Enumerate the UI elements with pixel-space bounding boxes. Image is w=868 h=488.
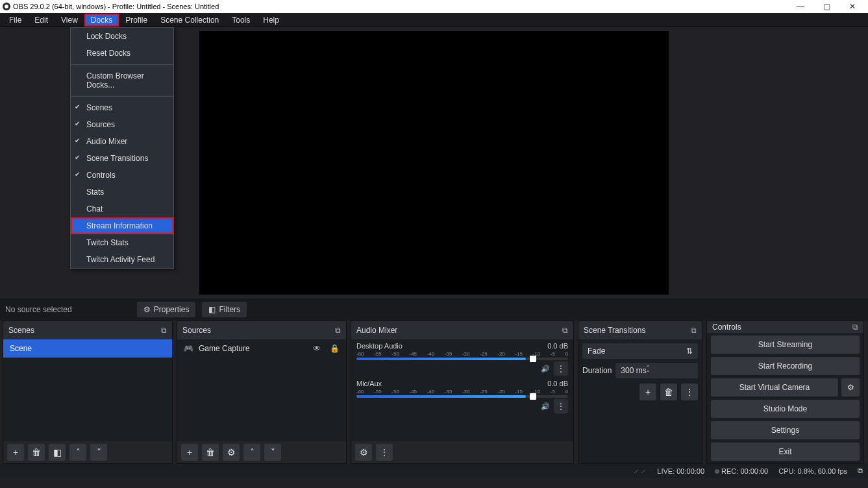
transition-select[interactable]: Fade⇅ <box>582 343 698 359</box>
start-recording-button[interactable]: Start Recording <box>711 357 860 375</box>
gear-icon: ⚙ <box>847 383 854 392</box>
properties-button[interactable]: ⚙Properties <box>137 302 196 317</box>
dd-scenes[interactable]: Scenes <box>71 99 173 116</box>
transitions-header: Scene Transitions ⧉ <box>578 321 702 339</box>
rec-dot-icon <box>715 469 719 474</box>
move-scene-down-button[interactable]: ˅ <box>90 444 107 461</box>
dd-scene-transitions[interactable]: Scene Transitions <box>71 150 173 167</box>
start-virtual-camera-button[interactable]: Start Virtual Camera <box>711 378 838 396</box>
dd-twitch-stats[interactable]: Twitch Stats <box>71 234 173 251</box>
channel-name: Mic/Aux <box>356 380 382 387</box>
panel-title: Scene Transitions <box>584 326 645 335</box>
channel-level: 0.0 dB <box>547 342 568 350</box>
dd-stream-information[interactable]: Stream Information <box>71 217 173 234</box>
controls-body: Start Streaming Start Recording Start Vi… <box>707 333 863 463</box>
maximize-button[interactable]: ▢ <box>813 0 839 13</box>
scenes-panel: Scenes ⧉ Scene + 🗑 ◧ ˄ ˅ <box>3 321 173 464</box>
remove-transition-button[interactable]: 🗑 <box>660 384 677 400</box>
rec-status: REC: 00:00:00 <box>715 467 768 475</box>
panel-title: Controls <box>712 323 741 332</box>
popout-icon[interactable]: ⧉ <box>161 326 167 335</box>
dd-audio-mixer[interactable]: Audio Mixer <box>71 133 173 150</box>
scene-transitions-panel: Scene Transitions ⧉ Fade⇅ Duration 300 m… <box>578 321 702 464</box>
virtual-camera-settings-button[interactable]: ⚙ <box>841 378 860 396</box>
network-icon: ⟋⟋ <box>632 467 647 475</box>
popout-icon[interactable]: ⧉ <box>335 326 341 335</box>
mute-icon[interactable]: 🔊 <box>541 402 550 411</box>
source-toolbar: No source selected ⚙Properties ◧Filters <box>0 299 868 321</box>
menu-edit[interactable]: Edit <box>28 14 55 27</box>
controls-header: Controls ⧉ <box>707 321 863 333</box>
preview-canvas[interactable] <box>199 31 669 295</box>
close-button[interactable]: ✕ <box>839 0 865 13</box>
source-properties-button[interactable]: ⚙ <box>223 444 240 461</box>
volume-slider[interactable] <box>356 395 568 398</box>
transition-menu-button[interactable]: ⋮ <box>681 384 698 400</box>
channel-menu-button[interactable]: ⋮ <box>554 361 568 376</box>
menu-scene-collection[interactable]: Scene Collection <box>154 14 225 27</box>
cpu-status: CPU: 0.8%, 60.00 fps <box>778 467 847 475</box>
menu-help[interactable]: Help <box>256 14 286 27</box>
dock-icon[interactable]: ⧉ <box>858 467 863 475</box>
audio-mixer-panel: Audio Mixer ⧉ Desktop Audio0.0 dB -60-55… <box>351 321 574 464</box>
source-label: Game Capture <box>199 344 250 353</box>
updown-icon: ⇅ <box>686 347 693 356</box>
docks-row: Scenes ⧉ Scene + 🗑 ◧ ˄ ˅ Sources ⧉ 🎮 Gam… <box>0 321 868 464</box>
mixer-footer: ⚙ ⋮ <box>351 441 573 463</box>
move-source-up-button[interactable]: ˄ <box>243 444 260 461</box>
filters-button[interactable]: ◧Filters <box>202 302 247 317</box>
source-item[interactable]: 🎮 Game Capture 👁 🔒 <box>177 339 346 358</box>
visibility-icon[interactable]: 👁 <box>313 344 321 353</box>
mixer-body: Desktop Audio0.0 dB -60-55-50-45-40-35-3… <box>351 339 573 441</box>
add-source-button[interactable]: + <box>181 444 198 461</box>
dd-sep <box>71 96 173 97</box>
window-title: OBS 29.0.2 (64-bit, windows) - Profile: … <box>13 3 219 10</box>
volume-slider[interactable] <box>356 358 568 360</box>
move-source-down-button[interactable]: ˅ <box>264 444 281 461</box>
channel-menu-button[interactable]: ⋮ <box>554 399 568 413</box>
mixer-ticks: -60-55-50-45-40-35-30-25-20-15-10-50 <box>356 351 568 357</box>
remove-scene-button[interactable]: 🗑 <box>28 444 45 461</box>
mute-icon[interactable]: 🔊 <box>541 365 550 373</box>
minimize-button[interactable]: — <box>787 0 813 13</box>
popout-icon[interactable]: ⧉ <box>691 326 697 335</box>
panel-title: Scenes <box>8 326 34 335</box>
menu-file[interactable]: File <box>3 14 28 27</box>
start-streaming-button[interactable]: Start Streaming <box>711 336 860 354</box>
add-transition-button[interactable]: + <box>639 384 656 400</box>
add-scene-button[interactable]: + <box>7 444 24 461</box>
dd-controls[interactable]: Controls <box>71 167 173 184</box>
dd-reset-docks[interactable]: Reset Docks <box>71 45 173 62</box>
advanced-audio-button[interactable]: ⚙ <box>355 444 372 461</box>
settings-button[interactable]: Settings <box>711 421 860 439</box>
dd-lock-docks[interactable]: Lock Docks <box>71 28 173 45</box>
move-scene-up-button[interactable]: ˄ <box>69 444 86 461</box>
scene-item[interactable]: Scene <box>3 339 172 358</box>
dd-chat[interactable]: Chat <box>71 201 173 217</box>
no-source-label: No source selected <box>5 305 72 314</box>
menu-view[interactable]: View <box>55 14 84 27</box>
dd-sources[interactable]: Sources <box>71 116 173 133</box>
mixer-ticks: -60-55-50-45-40-35-30-25-20-15-10-50 <box>356 389 568 395</box>
docks-dropdown: Lock Docks Reset Docks Custom Browser Do… <box>70 27 174 269</box>
menu-tools[interactable]: Tools <box>225 14 256 27</box>
studio-mode-button[interactable]: Studio Mode <box>711 400 860 418</box>
dd-twitch-activity-feed[interactable]: Twitch Activity Feed <box>71 251 173 268</box>
menubar: File Edit View Docks Profile Scene Colle… <box>0 13 868 27</box>
dd-custom-browser-docks[interactable]: Custom Browser Docks... <box>71 67 173 93</box>
menu-profile[interactable]: Profile <box>119 14 154 27</box>
popout-icon[interactable]: ⧉ <box>852 323 858 332</box>
dd-stats[interactable]: Stats <box>71 184 173 201</box>
menu-docks[interactable]: Docks <box>84 14 119 27</box>
mixer-menu-button[interactable]: ⋮ <box>376 444 393 461</box>
lock-icon[interactable]: 🔒 <box>330 344 340 353</box>
dd-sep <box>71 64 173 65</box>
remove-source-button[interactable]: 🗑 <box>202 444 219 461</box>
exit-button[interactable]: Exit <box>711 443 860 461</box>
scene-filter-button[interactable]: ◧ <box>49 444 66 461</box>
filters-icon: ◧ <box>208 305 216 314</box>
sources-header: Sources ⧉ <box>177 321 346 339</box>
panel-title: Sources <box>182 326 211 335</box>
duration-spinbox[interactable]: 300 ms˄˅ <box>615 363 698 378</box>
popout-icon[interactable]: ⧉ <box>562 326 568 335</box>
